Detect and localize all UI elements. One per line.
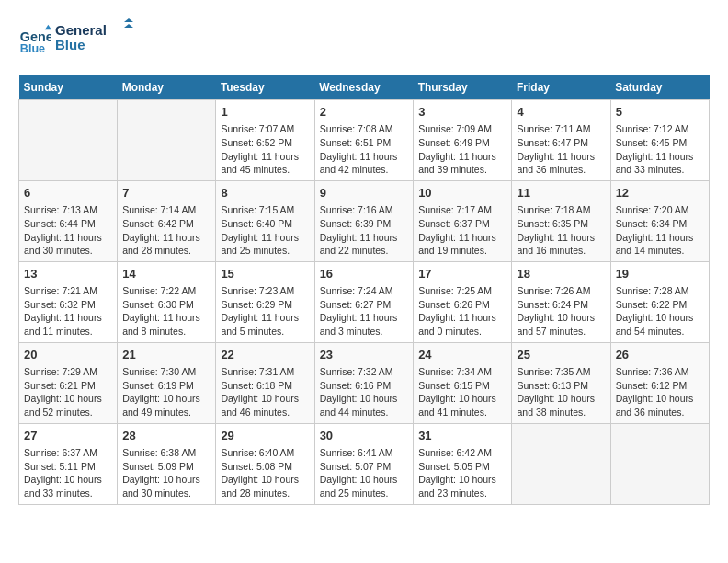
calendar-cell: 30Sunrise: 6:41 AMSunset: 5:07 PMDayligh… (314, 423, 414, 504)
day-info: Sunrise: 7:20 AMSunset: 6:34 PMDaylight:… (616, 203, 704, 258)
day-number: 25 (517, 347, 605, 363)
calendar-cell (512, 423, 610, 504)
week-row-3: 20Sunrise: 7:29 AMSunset: 6:21 PMDayligh… (19, 342, 710, 423)
calendar-cell: 11Sunrise: 7:18 AMSunset: 6:35 PMDayligh… (512, 180, 610, 261)
day-number: 10 (418, 185, 506, 201)
day-number: 5 (616, 104, 704, 121)
calendar-cell: 28Sunrise: 6:38 AMSunset: 5:09 PMDayligh… (118, 423, 216, 504)
day-number: 17 (418, 266, 506, 282)
day-number: 30 (320, 428, 409, 444)
day-info: Sunrise: 7:21 AMSunset: 6:32 PMDaylight:… (24, 284, 112, 339)
day-info: Sunrise: 7:31 AMSunset: 6:18 PMDaylight:… (221, 365, 309, 419)
day-number: 9 (320, 185, 409, 201)
day-info: Sunrise: 7:07 AMSunset: 6:52 PMDaylight:… (221, 122, 309, 177)
day-number: 24 (418, 347, 506, 363)
calendar-cell: 2Sunrise: 7:08 AMSunset: 6:51 PMDaylight… (314, 100, 414, 181)
logo: General Blue General Blue (18, 18, 138, 61)
day-number: 6 (24, 185, 112, 201)
day-info: Sunrise: 7:26 AMSunset: 6:24 PMDaylight:… (517, 284, 605, 339)
day-info: Sunrise: 7:29 AMSunset: 6:21 PMDaylight:… (24, 365, 112, 419)
week-row-4: 27Sunrise: 6:37 AMSunset: 5:11 PMDayligh… (19, 423, 710, 504)
weekday-header-monday: Monday (118, 75, 216, 100)
day-number: 4 (517, 104, 605, 121)
day-info: Sunrise: 7:22 AMSunset: 6:30 PMDaylight:… (122, 284, 210, 339)
day-number: 18 (517, 266, 605, 282)
day-info: Sunrise: 7:25 AMSunset: 6:26 PMDaylight:… (418, 284, 506, 339)
day-info: Sunrise: 7:23 AMSunset: 6:29 PMDaylight:… (221, 284, 309, 339)
weekday-header-tuesday: Tuesday (216, 75, 314, 100)
calendar-cell: 6Sunrise: 7:13 AMSunset: 6:44 PMDaylight… (19, 180, 118, 261)
day-info: Sunrise: 7:17 AMSunset: 6:37 PMDaylight:… (418, 203, 506, 258)
calendar-cell: 9Sunrise: 7:16 AMSunset: 6:39 PMDaylight… (314, 180, 414, 261)
calendar-cell (118, 100, 216, 181)
calendar-cell: 12Sunrise: 7:20 AMSunset: 6:34 PMDayligh… (610, 180, 709, 261)
calendar-cell: 3Sunrise: 7:09 AMSunset: 6:49 PMDaylight… (414, 100, 512, 181)
day-info: Sunrise: 7:30 AMSunset: 6:19 PMDaylight:… (122, 365, 210, 419)
calendar-cell: 26Sunrise: 7:36 AMSunset: 6:12 PMDayligh… (610, 342, 709, 423)
svg-text:Blue: Blue (20, 42, 45, 55)
calendar-cell: 15Sunrise: 7:23 AMSunset: 6:29 PMDayligh… (216, 261, 314, 342)
day-number: 21 (122, 347, 210, 363)
day-info: Sunrise: 7:18 AMSunset: 6:35 PMDaylight:… (517, 203, 605, 258)
day-info: Sunrise: 7:15 AMSunset: 6:40 PMDaylight:… (221, 203, 309, 258)
day-number: 11 (517, 185, 605, 201)
day-number: 14 (122, 266, 210, 282)
svg-text:General: General (20, 29, 51, 44)
day-info: Sunrise: 7:32 AMSunset: 6:16 PMDaylight:… (320, 365, 409, 419)
day-info: Sunrise: 7:35 AMSunset: 6:13 PMDaylight:… (517, 365, 605, 419)
week-row-0: 1Sunrise: 7:07 AMSunset: 6:52 PMDaylight… (19, 100, 710, 181)
svg-marker-2 (45, 25, 51, 29)
weekday-header-row: SundayMondayTuesdayWednesdayThursdayFrid… (19, 75, 710, 100)
calendar-cell: 31Sunrise: 6:42 AMSunset: 5:05 PMDayligh… (414, 423, 512, 504)
day-info: Sunrise: 6:40 AMSunset: 5:08 PMDaylight:… (221, 446, 309, 500)
day-info: Sunrise: 7:34 AMSunset: 6:15 PMDaylight:… (418, 365, 506, 419)
day-info: Sunrise: 7:36 AMSunset: 6:12 PMDaylight:… (616, 365, 704, 419)
day-number: 23 (320, 347, 409, 363)
calendar-cell: 5Sunrise: 7:12 AMSunset: 6:45 PMDaylight… (610, 100, 709, 181)
day-number: 29 (221, 428, 309, 444)
calendar-cell: 24Sunrise: 7:34 AMSunset: 6:15 PMDayligh… (414, 342, 512, 423)
calendar-table: SundayMondayTuesdayWednesdayThursdayFrid… (18, 75, 710, 505)
svg-text:Blue: Blue (55, 37, 85, 52)
day-info: Sunrise: 7:28 AMSunset: 6:22 PMDaylight:… (616, 284, 704, 339)
day-number: 12 (616, 185, 704, 201)
day-number: 1 (221, 104, 309, 121)
day-info: Sunrise: 7:12 AMSunset: 6:45 PMDaylight:… (616, 122, 704, 177)
week-row-1: 6Sunrise: 7:13 AMSunset: 6:44 PMDaylight… (19, 180, 710, 261)
day-number: 3 (418, 104, 506, 121)
day-number: 13 (24, 266, 112, 282)
calendar-cell: 1Sunrise: 7:07 AMSunset: 6:52 PMDaylight… (216, 100, 314, 181)
weekday-header-sunday: Sunday (19, 75, 118, 100)
day-number: 20 (24, 347, 112, 363)
day-info: Sunrise: 7:16 AMSunset: 6:39 PMDaylight:… (320, 203, 409, 258)
page-header: General Blue General Blue (18, 18, 710, 61)
day-info: Sunrise: 6:42 AMSunset: 5:05 PMDaylight:… (418, 446, 506, 500)
day-number: 31 (418, 428, 506, 444)
day-info: Sunrise: 7:11 AMSunset: 6:47 PMDaylight:… (517, 122, 605, 177)
day-number: 8 (221, 185, 309, 201)
day-info: Sunrise: 6:38 AMSunset: 5:09 PMDaylight:… (122, 446, 210, 500)
day-info: Sunrise: 7:14 AMSunset: 6:42 PMDaylight:… (122, 203, 210, 258)
day-info: Sunrise: 6:41 AMSunset: 5:07 PMDaylight:… (320, 446, 409, 500)
weekday-header-friday: Friday (512, 75, 610, 100)
logo-svg: General Blue (55, 18, 138, 57)
day-number: 19 (616, 266, 704, 282)
calendar-cell: 8Sunrise: 7:15 AMSunset: 6:40 PMDaylight… (216, 180, 314, 261)
calendar-cell: 29Sunrise: 6:40 AMSunset: 5:08 PMDayligh… (216, 423, 314, 504)
calendar-cell: 21Sunrise: 7:30 AMSunset: 6:19 PMDayligh… (118, 342, 216, 423)
day-number: 2 (320, 104, 409, 121)
svg-marker-5 (124, 18, 133, 22)
calendar-cell: 20Sunrise: 7:29 AMSunset: 6:21 PMDayligh… (19, 342, 118, 423)
calendar-cell: 4Sunrise: 7:11 AMSunset: 6:47 PMDaylight… (512, 100, 610, 181)
day-number: 15 (221, 266, 309, 282)
calendar-cell (19, 100, 118, 181)
weekday-header-wednesday: Wednesday (314, 75, 414, 100)
calendar-cell: 19Sunrise: 7:28 AMSunset: 6:22 PMDayligh… (610, 261, 709, 342)
calendar-cell: 16Sunrise: 7:24 AMSunset: 6:27 PMDayligh… (314, 261, 414, 342)
calendar-cell: 7Sunrise: 7:14 AMSunset: 6:42 PMDaylight… (118, 180, 216, 261)
day-number: 22 (221, 347, 309, 363)
calendar-cell: 22Sunrise: 7:31 AMSunset: 6:18 PMDayligh… (216, 342, 314, 423)
calendar-cell: 14Sunrise: 7:22 AMSunset: 6:30 PMDayligh… (118, 261, 216, 342)
calendar-cell: 10Sunrise: 7:17 AMSunset: 6:37 PMDayligh… (414, 180, 512, 261)
svg-text:General: General (55, 22, 107, 38)
